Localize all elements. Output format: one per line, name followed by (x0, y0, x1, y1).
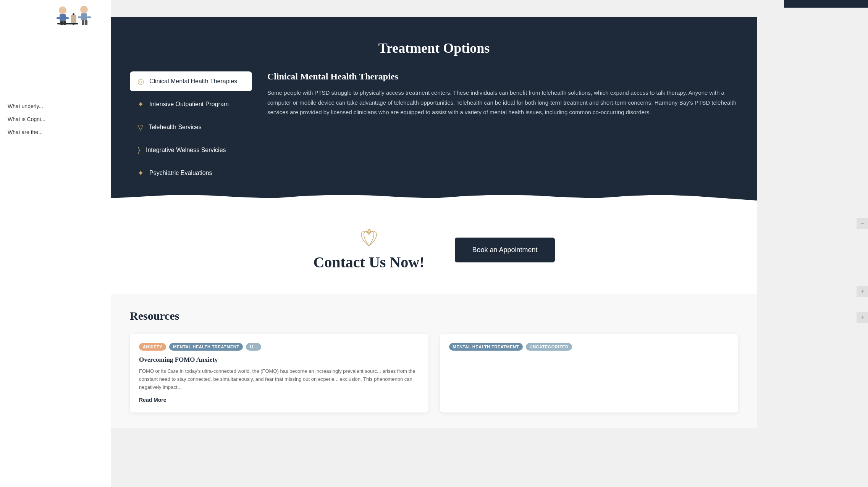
svg-rect-16 (85, 20, 87, 25)
right-top-bar (784, 0, 868, 8)
tab-telehealth-label: Telehealth Services (149, 124, 202, 131)
tag-anxiety: ANXIETY (139, 343, 166, 351)
accordion-toggle-3[interactable]: + (857, 312, 868, 323)
accordion-toggle-2[interactable]: + (857, 286, 868, 297)
svg-rect-6 (60, 21, 63, 25)
tag-row-1: ANXIETY MENTAL HEALTH TREATMENT U... (139, 343, 419, 351)
panel-title: Clinical Mental Health Therapies (267, 71, 738, 82)
card-title-1: Overcoming FOMO Anxiety (139, 356, 419, 364)
card-text-1: FOMO or its Care In today's ultra-connec… (139, 367, 419, 391)
telehealth-icon: ▽ (137, 123, 143, 132)
svg-rect-13 (78, 16, 82, 18)
clinical-icon: ◎ (137, 77, 144, 86)
tag-row-2: MENTAL HEALTH TREATMENT UNCATEGORIZED (449, 343, 729, 351)
tag-mental-health-2: MENTAL HEALTH TREATMENT (449, 343, 523, 351)
sidebar-link-1[interactable]: What underly... (8, 103, 45, 109)
tab-clinical[interactable]: ◎ Clinical Mental Health Therapies (130, 71, 252, 91)
accordion-toggle-1[interactable]: − (857, 218, 868, 229)
read-more-1[interactable]: Read More (139, 397, 166, 403)
contact-section: Contact Us Now! Book an Appointment (111, 206, 757, 294)
contact-title: Contact Us Now! (313, 253, 424, 271)
sidebar-link-2[interactable]: What is Cogni... (8, 116, 45, 122)
svg-rect-4 (57, 17, 63, 19)
svg-rect-10 (71, 15, 76, 23)
resource-card-2: MENTAL HEALTH TREATMENT UNCATEGORIZED (440, 334, 739, 413)
resources-section: Resources ANXIETY MENTAL HEALTH TREATMEN… (111, 294, 757, 428)
treatment-content: ◎ Clinical Mental Health Therapies ✦ Int… (130, 71, 738, 183)
integrative-icon: ⟩ (137, 146, 141, 155)
main-content: Treatment Options ◎ Clinical Mental Heal… (111, 0, 757, 487)
svg-rect-14 (87, 16, 91, 18)
svg-rect-12 (81, 13, 87, 20)
treatment-section: Treatment Options ◎ Clinical Mental Heal… (111, 17, 757, 206)
tab-clinical-label: Clinical Mental Health Therapies (149, 78, 237, 85)
tab-psychiatric[interactable]: ✦ Psychiatric Evaluations (130, 163, 252, 183)
treatment-title: Treatment Options (130, 40, 738, 56)
panel-text: Some people with PTSD struggle to physic… (267, 88, 738, 117)
tab-intensive[interactable]: ✦ Intensive Outpatient Program (130, 94, 252, 114)
svg-rect-15 (82, 20, 84, 25)
tab-intensive-label: Intensive Outpatient Program (149, 101, 229, 108)
intensive-icon: ✦ (137, 100, 144, 109)
tab-integrative-label: Integrative Welness Servicies (146, 147, 226, 154)
lotus-icon (313, 229, 424, 249)
tag-mental-health: MENTAL HEALTH TREATMENT (169, 343, 243, 351)
svg-rect-7 (63, 21, 66, 25)
book-appointment-button[interactable]: Book an Appointment (455, 238, 554, 262)
tag-uncategorized-2: UNCATEGORIZED (526, 343, 572, 351)
tab-integrative[interactable]: ⟩ Integrative Welness Servicies (130, 140, 252, 160)
svg-rect-5 (63, 17, 69, 19)
right-sidebar: − + + (757, 0, 868, 487)
sidebar-illustration (38, 0, 111, 31)
left-sidebar: What underly... What is Cogni... What ar… (0, 0, 111, 487)
svg-rect-9 (71, 23, 78, 24)
svg-point-11 (80, 6, 88, 13)
psychiatric-icon: ✦ (137, 168, 144, 178)
treatment-tabs: ◎ Clinical Mental Health Therapies ✦ Int… (130, 71, 252, 183)
tag-uncategorized: U... (246, 343, 261, 351)
resources-title: Resources (130, 309, 738, 322)
sidebar-link-3[interactable]: What are the... (8, 129, 45, 135)
resource-card-1: ANXIETY MENTAL HEALTH TREATMENT U... Ove… (130, 334, 428, 413)
tab-psychiatric-label: Psychiatric Evaluations (149, 170, 212, 176)
treatment-panel: Clinical Mental Health Therapies Some pe… (267, 71, 738, 117)
tab-telehealth[interactable]: ▽ Telehealth Services (130, 117, 252, 137)
svg-point-2 (59, 6, 66, 14)
contact-left: Contact Us Now! (313, 229, 424, 271)
sidebar-links: What underly... What is Cogni... What ar… (8, 103, 45, 135)
resource-cards: ANXIETY MENTAL HEALTH TREATMENT U... Ove… (130, 334, 738, 413)
